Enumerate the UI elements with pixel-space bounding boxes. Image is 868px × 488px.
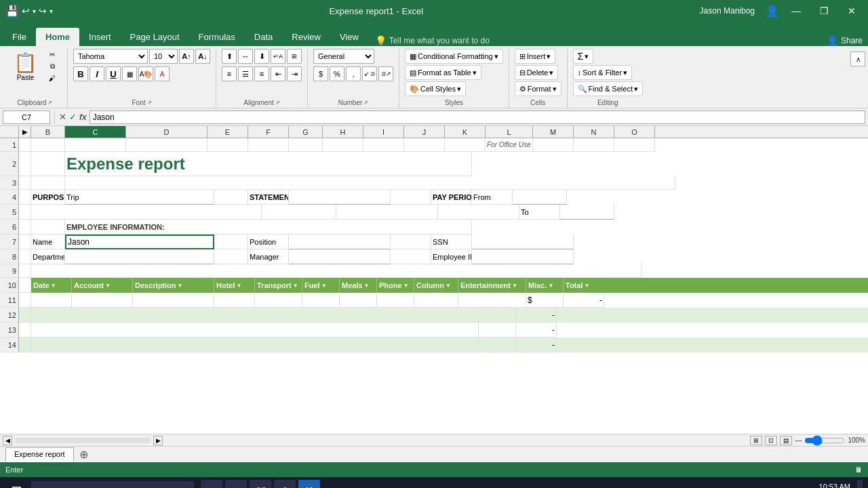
col-header-h[interactable]: H — [323, 126, 363, 138]
cell-to-label[interactable]: To — [519, 205, 560, 220]
alignment-expand-icon[interactable]: ↗ — [275, 100, 280, 106]
excel-taskbar-icon[interactable]: X — [298, 480, 320, 488]
save-icon[interactable]: 💾 — [5, 5, 19, 18]
tab-formulas[interactable]: Formulas — [189, 28, 245, 46]
cell-e11[interactable] — [214, 293, 255, 308]
cell-b5[interactable] — [31, 205, 262, 220]
tab-page-layout[interactable]: Page Layout — [121, 28, 189, 46]
col-header-c[interactable]: C — [65, 126, 126, 138]
cell-pos-label[interactable]: Position — [248, 235, 289, 249]
view-page-break-button[interactable]: ▤ — [780, 436, 792, 445]
scroll-right-button[interactable]: ▶ — [153, 436, 163, 445]
increase-indent-button[interactable]: ⇥ — [287, 66, 302, 81]
show-desktop-button[interactable] — [857, 480, 863, 488]
align-top-button[interactable]: ⬆ — [222, 49, 237, 64]
increase-decimal-button[interactable]: .0↗ — [378, 66, 393, 81]
cell-e4[interactable] — [214, 190, 248, 205]
cut-button[interactable]: ✂ — [43, 49, 62, 60]
cell-purpose-label[interactable]: PURPOSE: — [31, 190, 65, 205]
align-bottom-button[interactable]: ⬇ — [254, 49, 269, 64]
add-sheet-button[interactable]: ⊕ — [74, 448, 94, 461]
col-header-e[interactable]: E — [208, 126, 248, 138]
cell-from-label[interactable]: From — [472, 190, 513, 205]
undo-dropdown-icon[interactable]: ▾ — [33, 7, 36, 15]
number-format-select[interactable]: General — [313, 49, 374, 64]
cell-m12[interactable]: - — [516, 308, 557, 323]
number-expand-icon[interactable]: ↗ — [363, 100, 368, 106]
cell-b12[interactable] — [31, 308, 479, 323]
cell-i4[interactable] — [391, 190, 431, 205]
tbl-header-misc[interactable]: Misc.▼ — [526, 278, 564, 293]
align-center-button[interactable]: ☰ — [238, 66, 253, 81]
collapse-ribbon-button[interactable]: ∧ — [850, 52, 865, 66]
bold-button[interactable]: B — [73, 66, 88, 81]
cell-name-label[interactable]: Name — [31, 235, 65, 249]
cell-g11[interactable] — [302, 293, 340, 308]
cell-b9[interactable] — [31, 264, 642, 278]
decrease-decimal-button[interactable]: ↙.0 — [362, 66, 377, 81]
cell-e5[interactable] — [262, 205, 336, 220]
tbl-header-total[interactable]: Total▼ — [564, 278, 604, 293]
tab-view[interactable]: View — [330, 28, 368, 46]
conditional-formatting-button[interactable]: ▦ Conditional Formatting ▾ — [405, 49, 503, 64]
insert-button[interactable]: ⊞ Insert ▾ — [515, 49, 556, 64]
edge-icon[interactable]: e — [225, 480, 247, 488]
cell-b1[interactable] — [31, 138, 65, 152]
cell-o1[interactable] — [614, 138, 655, 152]
cell-mgr-val[interactable] — [289, 249, 391, 264]
cell-j1[interactable] — [404, 138, 445, 152]
cell-b3[interactable] — [31, 176, 65, 190]
explorer-icon[interactable]: 📁 — [250, 480, 271, 488]
cortana-search[interactable]: ○ I'm Cortana. Ask me anything. — [31, 481, 194, 488]
view-page-layout-button[interactable]: ⊡ — [765, 436, 777, 445]
minimize-button[interactable]: — — [785, 5, 808, 16]
cell-from-val[interactable] — [513, 190, 567, 205]
tab-review[interactable]: Review — [282, 28, 330, 46]
cell-empid-val[interactable] — [472, 249, 574, 264]
tbl-header-description[interactable]: Description▼ — [133, 278, 214, 293]
cell-c1[interactable] — [65, 138, 126, 152]
autosum-button[interactable]: Σ ▾ — [573, 49, 594, 64]
cell-m1[interactable] — [533, 138, 574, 152]
cell-b6[interactable] — [31, 220, 65, 235]
settings-icon[interactable]: ⚙ — [274, 480, 296, 488]
cell-c3[interactable] — [65, 176, 675, 190]
font-color-button[interactable]: A — [155, 66, 170, 81]
horizontal-scrollbar[interactable]: ◀ ▶ ⊞ ⊡ ▤ — 100% — [0, 434, 868, 446]
tbl-header-account[interactable]: Account▼ — [72, 278, 133, 293]
cell-d7[interactable] — [214, 235, 248, 249]
cell-m11[interactable]: - — [564, 293, 604, 308]
format-as-table-button[interactable]: ▤ Format as Table ▾ — [405, 65, 481, 80]
cancel-formula-button[interactable]: ✕ — [59, 112, 66, 122]
col-header-g[interactable]: G — [289, 126, 323, 138]
fill-color-button[interactable]: A🎨 — [138, 66, 153, 81]
cell-i5[interactable] — [438, 205, 519, 220]
cell-m13[interactable]: - — [516, 323, 557, 338]
cell-stmt-label[interactable]: STATEMENT NUMBER: — [248, 190, 289, 205]
cell-h1[interactable] — [323, 138, 363, 152]
col-header-j[interactable]: J — [404, 126, 445, 138]
sort-filter-button[interactable]: ↕ Sort & Filter ▾ — [573, 65, 633, 80]
increase-font-button[interactable]: A↑ — [179, 49, 194, 64]
cell-i7[interactable] — [391, 235, 431, 249]
cell-l11[interactable]: $ — [526, 293, 564, 308]
tell-me-input[interactable]: Tell me what you want to do — [389, 36, 490, 45]
decrease-font-button[interactable]: A↓ — [195, 49, 210, 64]
font-expand-icon[interactable]: ↗ — [147, 100, 152, 106]
task-view-button[interactable]: ⧉ — [201, 480, 222, 488]
select-all-button[interactable]: ▶ — [19, 126, 31, 138]
cell-d8[interactable] — [214, 249, 248, 264]
cell-i8[interactable] — [391, 249, 431, 264]
cell-f11[interactable] — [255, 293, 302, 308]
comma-button[interactable]: , — [346, 66, 361, 81]
find-select-button[interactable]: 🔍 Find & Select ▾ — [573, 81, 643, 96]
tbl-header-phone[interactable]: Phone▼ — [377, 278, 414, 293]
tab-file[interactable]: File — [3, 28, 36, 46]
delete-button[interactable]: ⊟ Delete ▾ — [515, 65, 559, 80]
tbl-header-meals[interactable]: Meals▼ — [340, 278, 377, 293]
merge-center-button[interactable]: ⊞ — [287, 49, 302, 64]
cell-e1[interactable] — [208, 138, 248, 152]
cell-l13[interactable] — [479, 323, 516, 338]
cell-mgr-label[interactable]: Manager — [248, 249, 289, 264]
undo-icon[interactable]: ↩ — [22, 5, 30, 16]
